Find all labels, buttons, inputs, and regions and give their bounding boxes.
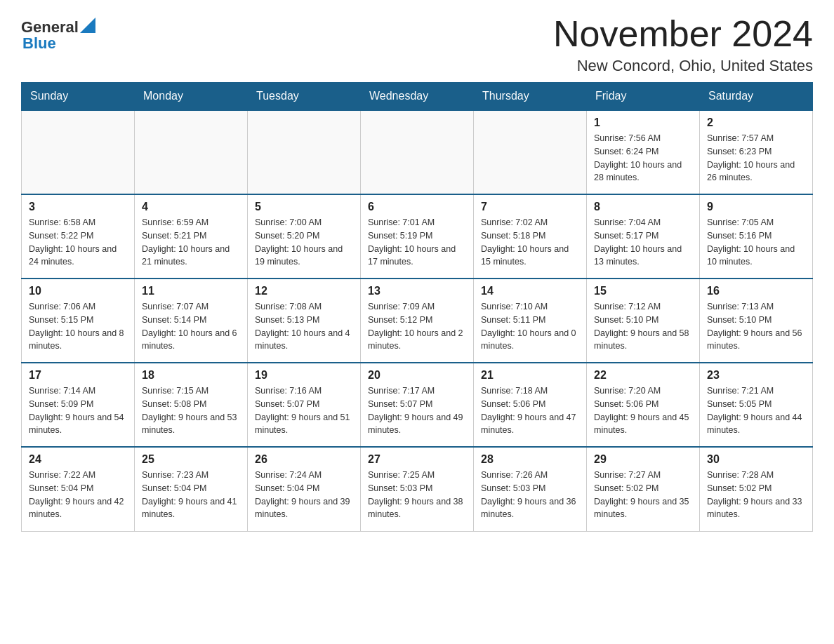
day-number: 14 <box>481 285 579 297</box>
day-info: Sunrise: 6:58 AMSunset: 5:22 PMDaylight:… <box>29 216 127 269</box>
day-info: Sunrise: 7:05 AMSunset: 5:16 PMDaylight:… <box>707 216 805 269</box>
calendar-cell: 30Sunrise: 7:28 AMSunset: 5:02 PMDayligh… <box>700 447 813 531</box>
calendar-cell: 5Sunrise: 7:00 AMSunset: 5:20 PMDaylight… <box>248 194 361 279</box>
calendar-cell: 9Sunrise: 7:05 AMSunset: 5:16 PMDaylight… <box>700 194 813 279</box>
day-info: Sunrise: 7:21 AMSunset: 5:05 PMDaylight:… <box>707 384 805 437</box>
day-number: 4 <box>142 201 240 213</box>
day-info: Sunrise: 7:04 AMSunset: 5:17 PMDaylight:… <box>594 216 692 269</box>
day-info: Sunrise: 7:09 AMSunset: 5:12 PMDaylight:… <box>368 300 466 353</box>
day-number: 16 <box>707 285 805 297</box>
header-friday: Friday <box>587 83 700 111</box>
header-monday: Monday <box>135 83 248 111</box>
day-info: Sunrise: 7:26 AMSunset: 5:03 PMDaylight:… <box>481 469 579 521</box>
day-info: Sunrise: 7:27 AMSunset: 5:02 PMDaylight:… <box>594 469 692 521</box>
calendar-cell: 1Sunrise: 7:56 AMSunset: 6:24 PMDaylight… <box>587 110 700 194</box>
calendar-cell: 8Sunrise: 7:04 AMSunset: 5:17 PMDaylight… <box>587 194 700 279</box>
calendar-cell: 24Sunrise: 7:22 AMSunset: 5:04 PMDayligh… <box>22 447 135 531</box>
calendar-header-row: SundayMondayTuesdayWednesdayThursdayFrid… <box>22 83 813 111</box>
week-row-1: 1Sunrise: 7:56 AMSunset: 6:24 PMDaylight… <box>22 110 813 194</box>
week-row-2: 3Sunrise: 6:58 AMSunset: 5:22 PMDaylight… <box>22 194 813 279</box>
calendar-title: November 2024 <box>553 14 813 54</box>
day-number: 23 <box>707 369 805 382</box>
header-saturday: Saturday <box>700 83 813 111</box>
logo-triangle-icon <box>80 18 95 33</box>
calendar-table: SundayMondayTuesdayWednesdayThursdayFrid… <box>21 82 813 532</box>
day-number: 17 <box>29 369 127 382</box>
day-number: 13 <box>368 285 466 297</box>
day-number: 19 <box>255 369 353 382</box>
day-info: Sunrise: 7:12 AMSunset: 5:10 PMDaylight:… <box>594 300 692 353</box>
calendar-cell <box>22 110 135 194</box>
day-info: Sunrise: 7:25 AMSunset: 5:03 PMDaylight:… <box>368 469 466 521</box>
day-info: Sunrise: 7:14 AMSunset: 5:09 PMDaylight:… <box>29 384 127 437</box>
title-block: November 2024 New Concord, Ohio, United … <box>553 14 813 75</box>
calendar-cell: 26Sunrise: 7:24 AMSunset: 5:04 PMDayligh… <box>248 447 361 531</box>
day-info: Sunrise: 7:57 AMSunset: 6:23 PMDaylight:… <box>707 132 805 185</box>
day-number: 24 <box>29 453 127 466</box>
day-info: Sunrise: 7:01 AMSunset: 5:19 PMDaylight:… <box>368 216 466 269</box>
svg-marker-0 <box>80 18 95 33</box>
day-number: 21 <box>481 369 579 382</box>
day-number: 25 <box>142 453 240 466</box>
day-info: Sunrise: 7:16 AMSunset: 5:07 PMDaylight:… <box>255 384 353 437</box>
day-info: Sunrise: 7:18 AMSunset: 5:06 PMDaylight:… <box>481 384 579 437</box>
calendar-cell: 22Sunrise: 7:20 AMSunset: 5:06 PMDayligh… <box>587 363 700 447</box>
calendar-cell: 6Sunrise: 7:01 AMSunset: 5:19 PMDaylight… <box>361 194 474 279</box>
calendar-cell: 27Sunrise: 7:25 AMSunset: 5:03 PMDayligh… <box>361 447 474 531</box>
day-number: 26 <box>255 453 353 466</box>
calendar-cell <box>361 110 474 194</box>
calendar-cell: 2Sunrise: 7:57 AMSunset: 6:23 PMDaylight… <box>700 110 813 194</box>
day-info: Sunrise: 7:20 AMSunset: 5:06 PMDaylight:… <box>594 384 692 437</box>
day-number: 29 <box>594 453 692 466</box>
calendar-cell: 15Sunrise: 7:12 AMSunset: 5:10 PMDayligh… <box>587 279 700 363</box>
header-thursday: Thursday <box>474 83 587 111</box>
calendar-cell: 25Sunrise: 7:23 AMSunset: 5:04 PMDayligh… <box>135 447 248 531</box>
day-number: 18 <box>142 369 240 382</box>
calendar-cell: 4Sunrise: 6:59 AMSunset: 5:21 PMDaylight… <box>135 194 248 279</box>
calendar-cell: 19Sunrise: 7:16 AMSunset: 5:07 PMDayligh… <box>248 363 361 447</box>
calendar-cell: 3Sunrise: 6:58 AMSunset: 5:22 PMDaylight… <box>22 194 135 279</box>
day-number: 6 <box>368 201 466 213</box>
calendar-cell <box>248 110 361 194</box>
day-info: Sunrise: 7:23 AMSunset: 5:04 PMDaylight:… <box>142 469 240 521</box>
day-number: 30 <box>707 453 805 466</box>
day-number: 5 <box>255 201 353 213</box>
calendar-cell: 10Sunrise: 7:06 AMSunset: 5:15 PMDayligh… <box>22 279 135 363</box>
header-wednesday: Wednesday <box>361 83 474 111</box>
day-number: 1 <box>594 116 692 129</box>
day-info: Sunrise: 7:56 AMSunset: 6:24 PMDaylight:… <box>594 132 692 185</box>
calendar-cell: 11Sunrise: 7:07 AMSunset: 5:14 PMDayligh… <box>135 279 248 363</box>
day-info: Sunrise: 7:08 AMSunset: 5:13 PMDaylight:… <box>255 300 353 353</box>
day-info: Sunrise: 7:06 AMSunset: 5:15 PMDaylight:… <box>29 300 127 353</box>
calendar-cell <box>135 110 248 194</box>
calendar-cell: 12Sunrise: 7:08 AMSunset: 5:13 PMDayligh… <box>248 279 361 363</box>
calendar-cell: 17Sunrise: 7:14 AMSunset: 5:09 PMDayligh… <box>22 363 135 447</box>
calendar-cell: 16Sunrise: 7:13 AMSunset: 5:10 PMDayligh… <box>700 279 813 363</box>
day-info: Sunrise: 7:13 AMSunset: 5:10 PMDaylight:… <box>707 300 805 353</box>
day-number: 9 <box>707 201 805 213</box>
day-info: Sunrise: 7:24 AMSunset: 5:04 PMDaylight:… <box>255 469 353 521</box>
day-number: 20 <box>368 369 466 382</box>
calendar-cell <box>474 110 587 194</box>
day-number: 28 <box>481 453 579 466</box>
day-number: 27 <box>368 453 466 466</box>
day-number: 8 <box>594 201 692 213</box>
calendar-cell: 7Sunrise: 7:02 AMSunset: 5:18 PMDaylight… <box>474 194 587 279</box>
day-number: 7 <box>481 201 579 213</box>
calendar-cell: 23Sunrise: 7:21 AMSunset: 5:05 PMDayligh… <box>700 363 813 447</box>
day-info: Sunrise: 7:22 AMSunset: 5:04 PMDaylight:… <box>29 469 127 521</box>
day-number: 11 <box>142 285 240 297</box>
day-number: 2 <box>707 116 805 129</box>
calendar-cell: 13Sunrise: 7:09 AMSunset: 5:12 PMDayligh… <box>361 279 474 363</box>
day-info: Sunrise: 6:59 AMSunset: 5:21 PMDaylight:… <box>142 216 240 269</box>
day-number: 3 <box>29 201 127 213</box>
day-info: Sunrise: 7:17 AMSunset: 5:07 PMDaylight:… <box>368 384 466 437</box>
calendar-cell: 28Sunrise: 7:26 AMSunset: 5:03 PMDayligh… <box>474 447 587 531</box>
day-number: 15 <box>594 285 692 297</box>
day-number: 22 <box>594 369 692 382</box>
calendar-cell: 14Sunrise: 7:10 AMSunset: 5:11 PMDayligh… <box>474 279 587 363</box>
header-tuesday: Tuesday <box>248 83 361 111</box>
day-number: 10 <box>29 285 127 297</box>
day-info: Sunrise: 7:10 AMSunset: 5:11 PMDaylight:… <box>481 300 579 353</box>
calendar-cell: 18Sunrise: 7:15 AMSunset: 5:08 PMDayligh… <box>135 363 248 447</box>
